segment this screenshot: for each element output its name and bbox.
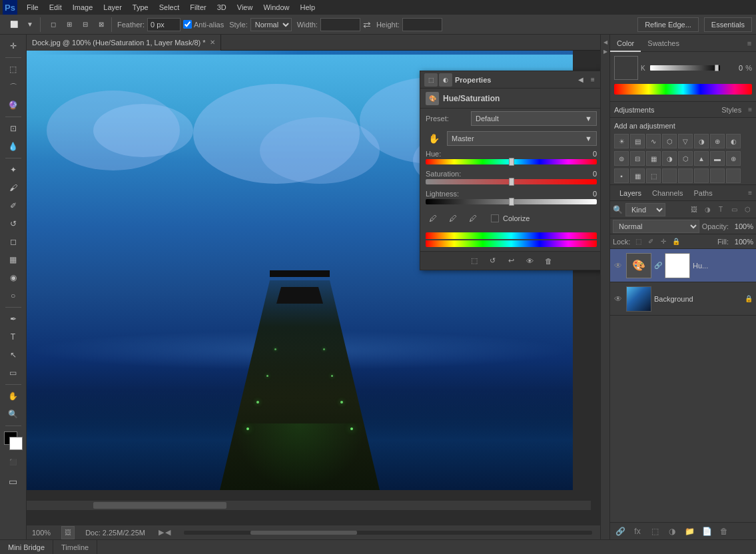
marquee-tool-btn[interactable]: ⬚ xyxy=(5,61,22,78)
crop-tool-btn[interactable]: ⊡ xyxy=(5,120,22,137)
lasso-tool-btn[interactable]: ⌒ xyxy=(5,79,22,96)
hue-slider-thumb[interactable] xyxy=(509,158,514,166)
eyedropper-add-btn[interactable]: 🖊 xyxy=(446,211,460,226)
reset-adj-btn[interactable]: ↩ xyxy=(504,254,519,268)
rectangular-marquee-btn[interactable]: ⬜ xyxy=(7,17,21,32)
magic-wand-btn[interactable]: 🔮 xyxy=(5,97,22,114)
adj-icon[interactable]: ◐ xyxy=(439,73,452,87)
hue-slider-track[interactable] xyxy=(426,159,597,164)
posterize-icon[interactable]: ⬡ xyxy=(678,151,693,166)
bottom-tab-timeline[interactable]: Timeline xyxy=(53,540,97,554)
eraser-btn[interactable]: ◻ xyxy=(5,233,22,250)
canvas-viewport[interactable]: ⬚ ◐ Properties ◀ ≡ 🎨 Hue/Saturation xyxy=(27,51,600,525)
essentials-btn[interactable]: Essentials xyxy=(704,17,752,32)
adj-panel-menu[interactable]: ≡ xyxy=(748,106,752,113)
menu-image[interactable]: Image xyxy=(67,0,99,15)
add-mask-btn[interactable]: ⬚ xyxy=(647,524,662,539)
type-tool-btn[interactable]: T xyxy=(5,328,22,346)
vibrance-adj-icon[interactable]: ▽ xyxy=(678,134,693,148)
sub-sel-btn[interactable]: ⊟ xyxy=(78,17,93,32)
menu-select[interactable]: Select xyxy=(154,0,185,15)
brush-tool-btn[interactable]: 🖌 xyxy=(5,179,22,196)
lock-all-btn[interactable]: 🔒 xyxy=(671,236,681,247)
style-select[interactable]: Normal xyxy=(250,18,292,31)
new-layer-btn[interactable]: 📄 xyxy=(699,524,714,539)
eyedropper-btn[interactable]: 💧 xyxy=(5,138,22,155)
channel-dropdown[interactable]: Master ▼ xyxy=(447,131,597,146)
width-input[interactable] xyxy=(320,18,360,31)
colorbal-adj-icon[interactable]: ⊕ xyxy=(710,134,725,148)
bottom-tab-bridge[interactable]: Mini Bridge xyxy=(0,540,53,554)
strip-expand-btn[interactable]: ▶ xyxy=(601,47,609,55)
screen-mode-btn[interactable]: ▭ xyxy=(5,473,22,490)
tab-channels[interactable]: Channels xyxy=(647,185,688,201)
layer-hue-sat[interactable]: 👁 🎨 🔗 Hu... xyxy=(610,249,756,282)
invert-icon[interactable]: ◑ xyxy=(662,151,677,166)
background-color[interactable] xyxy=(9,437,23,450)
scroll-progress-bar[interactable] xyxy=(184,531,592,535)
add-adj-btn[interactable]: ◑ xyxy=(665,524,679,539)
new-group-btn[interactable]: 📁 xyxy=(682,524,697,539)
collapse-panel-btn[interactable]: ◀ xyxy=(575,75,586,85)
delete-layer-btn[interactable]: 🗑 xyxy=(717,524,731,539)
channel-mixer-icon[interactable]: ⊟ xyxy=(630,151,645,166)
layers-panel-menu[interactable]: ≡ xyxy=(748,189,752,196)
threshold-icon[interactable]: ▲ xyxy=(694,151,709,166)
quick-mask-btn[interactable]: ⬛ xyxy=(5,453,22,471)
feather-input[interactable] xyxy=(147,18,181,31)
tab-layers[interactable]: Layers xyxy=(614,185,647,201)
menu-file[interactable]: File xyxy=(21,0,44,15)
anti-alias-checkbox[interactable] xyxy=(183,20,192,29)
blend-mode-select[interactable]: Normal xyxy=(613,220,699,233)
zoom-tool-btn[interactable]: 🔍 xyxy=(5,406,22,423)
refine-edge-btn[interactable]: Refine Edge... xyxy=(637,17,699,32)
tab-color[interactable]: Color xyxy=(610,35,641,52)
exposure-adj-icon[interactable]: ⬡ xyxy=(662,134,677,148)
saturation-slider-thumb[interactable] xyxy=(509,178,514,186)
spot-healing-btn[interactable]: ✦ xyxy=(5,161,22,178)
main-color-swatch[interactable] xyxy=(614,56,638,80)
menu-type[interactable]: Type xyxy=(127,0,154,15)
move-tool-btn[interactable]: ✛ xyxy=(5,37,22,55)
lock-transparent-btn[interactable]: ⬚ xyxy=(633,236,643,247)
canvas-hscroll[interactable] xyxy=(27,501,591,510)
lightness-slider-track[interactable] xyxy=(426,199,597,204)
layer-style-btn[interactable]: fx xyxy=(630,524,645,539)
spectrum-bar[interactable] xyxy=(614,84,752,95)
photo-filter-icon[interactable]: ⊚ xyxy=(614,151,629,166)
menu-view[interactable]: View xyxy=(232,0,258,15)
layer-background[interactable]: 👁 Background 🔒 xyxy=(610,282,756,316)
tab-paths[interactable]: Paths xyxy=(689,185,718,201)
eyedropper-sample-btn[interactable]: 🖊 xyxy=(426,211,440,226)
curves-adj-icon[interactable]: ∿ xyxy=(646,134,661,148)
menu-layer[interactable]: Layer xyxy=(98,0,127,15)
status-icon[interactable]: 🖼 xyxy=(61,526,75,539)
k-slider-track[interactable] xyxy=(650,65,720,71)
first-frame-btn[interactable]: ◀ xyxy=(165,528,171,537)
eyedropper-subtract-btn[interactable]: 🖊 xyxy=(466,211,480,226)
filter-smart-btn[interactable]: ⬡ xyxy=(741,204,753,216)
gradient-tool-btn[interactable]: ▦ xyxy=(5,251,22,268)
colorize-checkbox[interactable] xyxy=(491,214,499,222)
levels-adj-icon[interactable]: ▤ xyxy=(630,134,645,148)
menu-window[interactable]: Window xyxy=(258,0,294,15)
tab-styles[interactable]: Styles xyxy=(715,101,748,119)
lock-position-btn[interactable]: ✛ xyxy=(658,236,669,247)
saturation-slider-track[interactable] xyxy=(426,179,597,184)
color-lookup-icon[interactable]: ▦ xyxy=(646,151,661,166)
menu-help[interactable]: Help xyxy=(295,0,321,15)
menu-edit[interactable]: Edit xyxy=(44,0,67,15)
intersect-sel-btn[interactable]: ⊠ xyxy=(94,17,109,32)
add-sel-btn[interactable]: ⊞ xyxy=(62,17,77,32)
hscroll-thumb[interactable] xyxy=(93,502,226,509)
filter-kind-select[interactable]: Kind xyxy=(625,203,665,216)
toggle-visibility-btn[interactable]: 👁 xyxy=(523,254,538,268)
layer-visibility-btn-1[interactable]: 👁 xyxy=(613,260,623,271)
history-brush-btn[interactable]: ↺ xyxy=(5,215,22,232)
tab-close-btn[interactable]: ✕ xyxy=(210,39,215,46)
tab-swatches[interactable]: Swatches xyxy=(641,35,686,52)
preset-dropdown[interactable]: Default ▼ xyxy=(471,111,597,126)
gradient-map-icon[interactable]: ▬ xyxy=(710,151,725,166)
huesat-adj-icon[interactable]: ◑ xyxy=(694,134,709,148)
menu-3d[interactable]: 3D xyxy=(212,0,232,15)
